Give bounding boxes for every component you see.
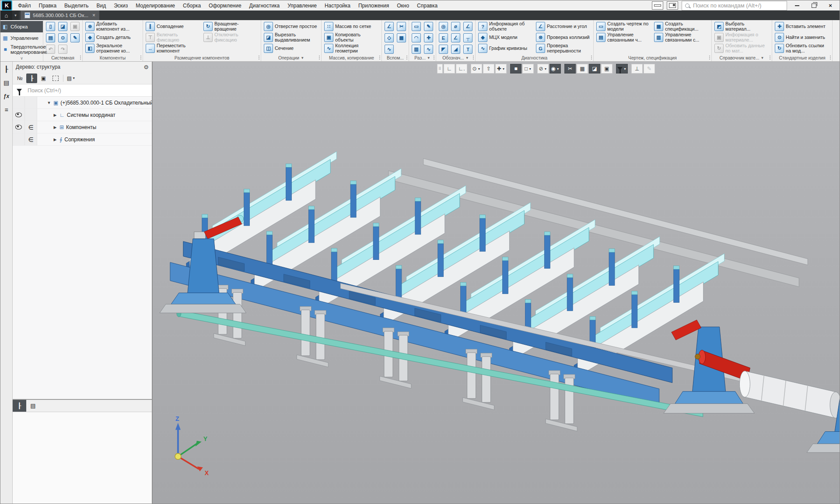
diameter-symbol-button[interactable]: ⌀	[451, 22, 460, 31]
document-tab[interactable]: 5685.300.000-1 СБ Ох... ×	[21, 10, 99, 20]
main-menu-icon[interactable]: ≡	[2, 106, 11, 114]
hide-objects-button[interactable]: ⊘▼	[537, 64, 549, 74]
mode-management[interactable]: ▦ Управление	[0, 32, 43, 44]
app-logo-icon[interactable]: K	[1, 0, 12, 10]
shaded-display-button[interactable]: ■	[510, 64, 522, 74]
copy-objects-button[interactable]: ▣Копировать объекты	[323, 32, 380, 43]
curve-measure-button[interactable]: ∿	[424, 45, 433, 54]
grid-array-button[interactable]: ∷Массив по сетке	[323, 21, 380, 32]
structure-view-button[interactable]: ┠	[26, 74, 37, 83]
viewport[interactable]: ⠿∟∟.⊙▼⇧✚▼■□▼⊘▼◉▼✂▦◪▣▼⊥✎	[153, 62, 840, 504]
menu-item-4[interactable]: Эскиз	[110, 1, 132, 10]
collapsed-arrow-icon[interactable]: ▶	[53, 125, 57, 130]
selection-area-button[interactable]	[50, 74, 61, 83]
restore-button[interactable]	[807, 1, 820, 10]
mirror-components-button[interactable]: ◧Зеркальное отражение ко...	[84, 43, 141, 54]
structure-tree-tab[interactable]: ┠	[13, 400, 26, 412]
tree-row-2[interactable]: ∈▶⊞Компоненты	[13, 121, 152, 133]
parameters-list-icon[interactable]: ▤	[2, 79, 11, 87]
menu-item-5[interactable]: Моделирование	[132, 1, 179, 10]
collision-check-button[interactable]: ⊗Проверка коллизий	[535, 32, 592, 43]
image-plane-button[interactable]: ▦	[397, 33, 406, 42]
print-preview-button[interactable]: ⊙	[58, 33, 67, 42]
composition-copies-button[interactable]: ▣	[38, 74, 49, 83]
variables-fx-icon[interactable]: ƒx	[2, 92, 11, 100]
manage-linked-specs-button[interactable]: ▥Управление связанными с...	[653, 32, 710, 43]
relations-order-button[interactable]: №	[14, 74, 25, 83]
manage-linked-drawings-button[interactable]: ▤Управление связанными ч...	[595, 32, 652, 43]
ribbon-section-caption-5[interactable]: Вспом...	[383, 55, 407, 61]
add-component-button[interactable]: ⊕Добавить компонент из...	[84, 21, 141, 32]
roughness-button[interactable]: ◎	[439, 22, 448, 31]
datum-pole-button[interactable]: ┬	[463, 33, 472, 42]
create-part-button[interactable]: ◆Создать деталь	[84, 32, 141, 43]
clip-model-button[interactable]: ✂	[564, 64, 576, 74]
tree-row-0[interactable]: ▼▣(+)5685.300.000-1 СБ Охладительный ст	[13, 97, 152, 109]
zoom-tools-button[interactable]: ⊙▼	[471, 64, 482, 74]
curvature-graph-button[interactable]: ∿График кривизны	[477, 43, 534, 54]
section-view-button[interactable]: ◪	[589, 64, 600, 74]
visibility-eye-icon[interactable]	[13, 121, 25, 133]
marker-flag-button[interactable]: ◤	[439, 45, 448, 54]
ribbon-section-caption-11[interactable]: Стандартные изделия	[774, 55, 831, 61]
move-component-button[interactable]: ↔Переместить компонент	[144, 43, 202, 54]
home-button[interactable]: ⌂	[0, 10, 12, 20]
section-parameters-button[interactable]: ▦	[577, 64, 588, 74]
mass-properties-button[interactable]: ◆МЦХ модели	[477, 32, 534, 43]
dome-button[interactable]: ◠	[412, 33, 421, 42]
pan-view-button[interactable]: ✚	[424, 33, 433, 42]
geometry-collection-button[interactable]: ∿Коллекция геометрии	[323, 43, 380, 54]
ribbon-section-caption-2[interactable]: Размещение компонентов	[144, 55, 259, 61]
update-model-links-button[interactable]: ↻Обновить ссылки на мод...	[774, 43, 831, 54]
gear-icon[interactable]: ⚙	[144, 64, 149, 70]
leader-button[interactable]: ∠	[463, 22, 472, 31]
split-line-button[interactable]: ✂	[397, 22, 406, 31]
display-filters-button[interactable]: ▤▼	[66, 74, 77, 83]
home-dropdown[interactable]: ▼	[12, 10, 19, 20]
menu-item-3[interactable]: Вид	[92, 1, 110, 10]
menu-item-1[interactable]: Правка	[35, 1, 61, 10]
insert-element-button[interactable]: ✚Вставить элемент	[774, 21, 831, 32]
ribbon-section-caption-10[interactable]: Справочник мате...▼	[713, 55, 770, 61]
create-specification-button[interactable]: ▦Создать спецификаци...	[653, 21, 710, 32]
filter-icon[interactable]	[13, 89, 26, 92]
expanded-arrow-icon[interactable]: ▼	[47, 101, 51, 105]
menu-item-7[interactable]: Оформление	[205, 1, 245, 10]
orientation-triad-button[interactable]: ✚▼	[495, 64, 507, 74]
mate-coincidence-button[interactable]: ∥Совпадение	[144, 21, 202, 32]
copy-display-button[interactable]: ▣	[601, 64, 612, 74]
rotation-rotation-button[interactable]: ↻Вращение-вращение	[202, 21, 259, 32]
datum-plane-button[interactable]: ◇	[385, 33, 394, 42]
datum-axis-button[interactable]: ∠	[385, 22, 394, 31]
print-button[interactable]: ▤	[46, 33, 55, 42]
sheet-format-button[interactable]: ▭	[412, 22, 421, 31]
ribbon-section-caption-6[interactable]: Раз...▼	[410, 55, 434, 61]
close-button[interactable]: ×	[824, 1, 837, 10]
new-document-button[interactable]: ▯	[46, 22, 55, 31]
save-as-button[interactable]: ✎	[70, 33, 80, 42]
command-search-input[interactable]	[692, 2, 784, 9]
ribbon-section-caption-8[interactable]: Диагностика	[477, 55, 592, 61]
ruler-button[interactable]: ▥	[412, 45, 421, 54]
tree-search-input[interactable]	[26, 87, 152, 94]
menu-item-11[interactable]: Приложения	[354, 1, 393, 10]
include-icon[interactable]: ∈	[25, 121, 37, 133]
open-folder-button[interactable]: ◪	[58, 22, 67, 31]
ribbon-section-caption-9[interactable]: Чертеж, спецификация	[595, 55, 710, 61]
menu-item-2[interactable]: Выделить	[60, 1, 92, 10]
slope-button[interactable]: ∠	[451, 33, 460, 42]
cooling-table-3d-model[interactable]: Z Y X	[153, 62, 840, 504]
menu-item-0[interactable]: Файл	[14, 1, 35, 10]
ribbon-section-caption-1[interactable]: Компоненты	[84, 55, 141, 61]
measure-tool-button[interactable]: ⊥	[631, 64, 643, 74]
ribbon-section-caption-4[interactable]: Массив, копирование	[323, 55, 380, 61]
spline-3d-button[interactable]: ∿	[385, 45, 394, 54]
screen-layout-button[interactable]	[667, 1, 678, 10]
e-mark-button[interactable]: E	[439, 33, 448, 42]
collapsed-arrow-icon[interactable]: ▶	[53, 113, 57, 117]
show-objects-button[interactable]: ◉▼	[550, 64, 561, 74]
ribbon-section-caption-0[interactable]: Системная	[45, 55, 81, 61]
object-filter-button[interactable]: ▼	[616, 64, 628, 74]
simple-hole-button[interactable]: ◎Отверстие простое	[262, 21, 320, 32]
draw-sketch-button[interactable]: ✎	[424, 22, 433, 31]
